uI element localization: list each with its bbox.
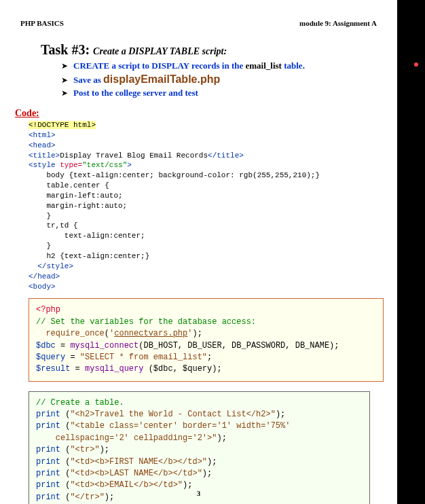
code-line: margin-right:auto; xyxy=(29,201,397,211)
code-block-php-setup: <?php // Set the variables for the datab… xyxy=(29,298,384,381)
arrow-icon: ➤ xyxy=(61,61,68,71)
code-line: tr,td { xyxy=(29,221,397,231)
task-subtitle: Create a DISPLAY TABLE script: xyxy=(93,46,227,56)
task-number: Task #3: xyxy=(41,42,93,57)
code-line: $dbc = mysqli_connect(DB_HOST, DB_USER, … xyxy=(36,340,376,352)
code-line: require_once('connectvars.php'); xyxy=(36,328,376,340)
code-line: <body> xyxy=(29,282,397,292)
code-line: margin-left:auto; xyxy=(29,191,397,201)
code-line: print ("<td><b>FIRST NAME</b></td>"); xyxy=(36,456,363,468)
code-line: print ("<tr>"); xyxy=(36,444,363,456)
red-marker-icon xyxy=(414,62,418,67)
code-line: <head> xyxy=(29,141,397,151)
code-line: <title>Display Travel Blog Email Records… xyxy=(29,151,397,161)
bullet-item: ➤ Save as displayEmailTable.php xyxy=(61,73,397,86)
header-right: module 9: Assignment A xyxy=(299,19,377,27)
page-header: PHP BASICS module 9: Assignment A xyxy=(0,0,397,27)
header-left: PHP BASICS xyxy=(20,19,64,27)
bullet-text: CREATE a script to DISPLAY records in th… xyxy=(73,60,305,71)
code-label: Code: xyxy=(15,108,397,119)
code-line: } xyxy=(29,211,397,221)
arrow-icon: ➤ xyxy=(61,75,68,85)
code-line: table.center { xyxy=(29,181,397,191)
code-line: body {text-align:center; background-colo… xyxy=(29,170,397,181)
page-number: 3 xyxy=(197,489,201,497)
bullet-text: Save as displayEmailTable.php xyxy=(73,73,220,86)
code-line: <style type="text/css"> xyxy=(29,160,397,170)
code-line: $query = "SELECT * from email_list"; xyxy=(36,352,376,363)
bullet-text: Post to the college server and test xyxy=(73,88,198,98)
bullet-item: ➤ Post to the college server and test xyxy=(61,88,397,98)
code-block-html: <!DOCTYPE html> <html> <head> <title>Dis… xyxy=(29,120,397,291)
code-line: print ("<h2>Travel the World - Contact L… xyxy=(36,409,363,420)
code-line: h2 {text-align:center;} xyxy=(29,251,397,262)
code-line: $result = mysqli_query ($dbc, $query); xyxy=(36,363,376,375)
code-line: print ("<table class='center' border='1'… xyxy=(36,420,363,432)
bullet-item: ➤ CREATE a script to DISPLAY records in … xyxy=(61,60,397,71)
code-line: <!DOCTYPE html> xyxy=(29,120,397,130)
code-line: </head> xyxy=(29,272,397,282)
bullet-list: ➤ CREATE a script to DISPLAY records in … xyxy=(61,60,397,98)
code-line: print ("<td><b>LAST NAME</b></td>"); xyxy=(36,468,363,480)
code-line: } xyxy=(29,241,397,251)
code-line: cellspacing='2' cellpadding='2'>"); xyxy=(36,433,363,444)
code-line: <html> xyxy=(29,130,397,141)
code-line: // Create a table. xyxy=(36,397,363,409)
arrow-icon: ➤ xyxy=(61,88,68,98)
task-title: Task #3: Create a DISPLAY TABLE script: xyxy=(41,42,397,58)
code-line: </style> xyxy=(29,262,397,272)
code-line: text-align:center; xyxy=(29,231,397,241)
code-line: // Set the variables for the database ac… xyxy=(36,317,376,328)
document-page: PHP BASICS module 9: Assignment A Task #… xyxy=(0,0,397,504)
code-line: <?php xyxy=(36,304,376,316)
code-block-php-table: // Create a table. print ("<h2>Travel th… xyxy=(29,391,370,504)
